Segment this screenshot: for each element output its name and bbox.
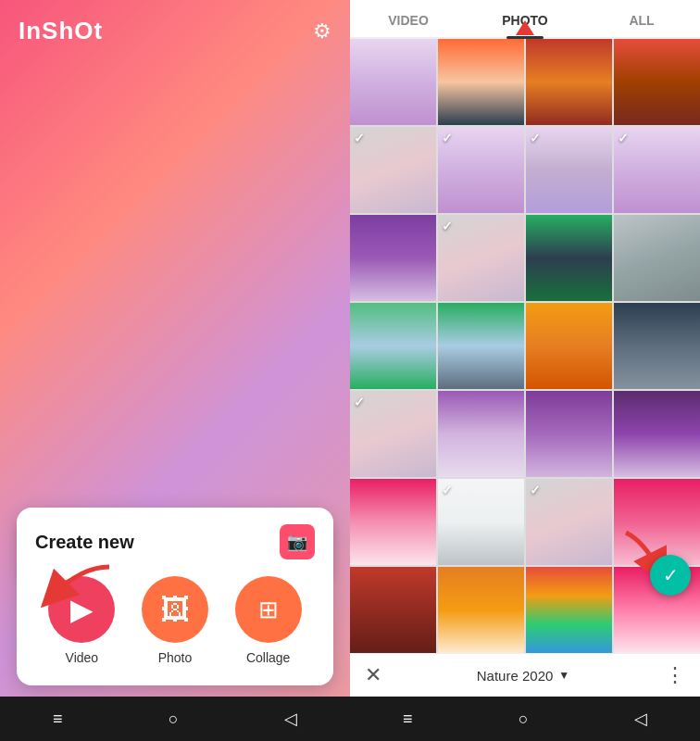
grid-cell[interactable] (614, 391, 700, 477)
bottom-bar-left: ≡ ○ ◁ (0, 697, 350, 741)
grid-cell[interactable]: ✓ (438, 479, 524, 565)
check-mark: ✓ (442, 219, 453, 233)
photo-icon: 🖼 (160, 593, 190, 627)
cell-inner (526, 215, 612, 301)
photo-circle[interactable]: 🖼 (142, 576, 208, 643)
grid-cell[interactable]: ✓ (350, 127, 436, 213)
video-label: Video (66, 650, 99, 665)
cell-inner (438, 39, 524, 125)
tabs-bar: VIDEO PHOTO ALL (350, 0, 700, 39)
tab-video[interactable]: VIDEO (350, 0, 467, 37)
cell-inner (350, 39, 436, 125)
cell-inner (614, 479, 700, 565)
album-name: Nature 2020 (477, 668, 554, 684)
create-option-collage[interactable]: ⊞ Collage (235, 576, 302, 665)
cell-inner: ✓ (614, 127, 700, 213)
collage-circle[interactable]: ⊞ (235, 576, 302, 643)
grid-cell[interactable] (526, 215, 612, 301)
grid-cell[interactable] (526, 39, 612, 125)
grid-cell[interactable] (526, 567, 612, 653)
photo-grid: ✓ ✓ ✓ ✓ (350, 39, 700, 653)
left-panel: InShOt ⚙ Material 🚌 🌤 +1 Create new 📷 (0, 0, 350, 741)
cell-inner: ✓ (350, 127, 436, 213)
nav-circle[interactable]: ○ (169, 710, 179, 729)
grid-cell[interactable] (614, 39, 700, 125)
bottom-bar-right: ≡ ○ ◁ (350, 697, 700, 741)
app-logo: InShOt (19, 17, 103, 45)
grid-cell[interactable] (614, 303, 700, 389)
nav-back-right[interactable]: ◁ (634, 709, 647, 729)
svg-marker-1 (516, 20, 534, 35)
check-mark: ✓ (442, 483, 453, 497)
cell-inner (614, 391, 700, 477)
create-new-title: Create new (35, 532, 134, 553)
create-option-photo[interactable]: 🖼 Photo (142, 576, 208, 665)
right-bottom-bar: ✕ Nature 2020 ▼ ⋮ (350, 653, 700, 697)
grid-cell[interactable]: ✓ (438, 215, 524, 301)
cell-inner (438, 391, 524, 477)
check-mark: ✓ (530, 131, 541, 145)
grid-cell[interactable] (350, 215, 436, 301)
collage-label: Collage (246, 650, 290, 665)
tab-video-label: VIDEO (388, 13, 429, 28)
grid-cell[interactable] (350, 303, 436, 389)
cell-inner: ✓ (438, 479, 524, 565)
right-panel: VIDEO PHOTO ALL (350, 0, 700, 741)
grid-cell[interactable] (438, 391, 524, 477)
cell-inner (350, 215, 436, 301)
grid-cell[interactable]: ✓ (614, 127, 700, 213)
cell-inner (438, 567, 524, 653)
camera-icon-btn[interactable]: 📷 (280, 524, 315, 559)
create-new-header: Create new 📷 (35, 524, 315, 559)
grid-cell[interactable]: ✓ (526, 127, 612, 213)
settings-icon[interactable]: ⚙ (313, 19, 331, 44)
tab-all-label: ALL (629, 13, 654, 28)
grid-cell[interactable]: ✓ (526, 479, 612, 565)
grid-cell[interactable] (438, 567, 524, 653)
grid-cell[interactable] (526, 391, 612, 477)
close-button[interactable]: ✕ (365, 663, 381, 687)
grid-cell[interactable] (350, 567, 436, 653)
grid-cell[interactable] (438, 39, 524, 125)
create-option-video[interactable]: ▶ Video (48, 576, 115, 665)
grid-cell[interactable]: ✓ (350, 391, 436, 477)
grid-cell[interactable] (526, 303, 612, 389)
create-options: ▶ Video 🖼 Photo ⊞ Collage (35, 576, 315, 665)
cell-inner (350, 303, 436, 389)
cell-inner (526, 567, 612, 653)
check-mark: ✓ (354, 131, 365, 145)
tab-up-arrow (516, 20, 534, 35)
cell-inner (614, 215, 700, 301)
album-selector[interactable]: Nature 2020 ▼ (477, 668, 569, 684)
grid-cell[interactable] (350, 39, 436, 125)
cell-inner (438, 303, 524, 389)
collage-icon: ⊞ (258, 596, 279, 624)
cell-inner: ✓ (438, 215, 524, 301)
cell-inner (614, 303, 700, 389)
nav-circle-right[interactable]: ○ (519, 710, 529, 729)
cell-inner (526, 303, 612, 389)
nav-home[interactable]: ≡ (53, 710, 63, 729)
cell-inner: ✓ (526, 127, 612, 213)
check-mark: ✓ (442, 131, 453, 145)
cell-inner (350, 479, 436, 565)
check-mark: ✓ (618, 131, 629, 145)
confirm-button[interactable]: ✓ (650, 555, 691, 596)
grid-cell[interactable]: ✓ (438, 127, 524, 213)
video-circle[interactable]: ▶ (48, 576, 115, 643)
photo-label: Photo (158, 650, 193, 665)
tab-all[interactable]: ALL (583, 0, 700, 37)
tab-photo[interactable]: PHOTO (467, 0, 583, 37)
cell-inner: ✓ (438, 127, 524, 213)
grid-cell[interactable] (438, 303, 524, 389)
more-options-button[interactable]: ⋮ (665, 663, 685, 687)
grid-cell[interactable] (614, 215, 700, 301)
check-mark: ✓ (530, 483, 541, 497)
dropdown-arrow-icon: ▼ (558, 669, 569, 682)
cell-inner (526, 39, 612, 125)
photo-grid-wrapper: ✓ ✓ ✓ ✓ (350, 39, 700, 653)
grid-cell[interactable] (350, 479, 436, 565)
grid-cell[interactable] (614, 479, 700, 565)
nav-back[interactable]: ◁ (284, 709, 297, 729)
nav-home-right[interactable]: ≡ (403, 710, 413, 729)
